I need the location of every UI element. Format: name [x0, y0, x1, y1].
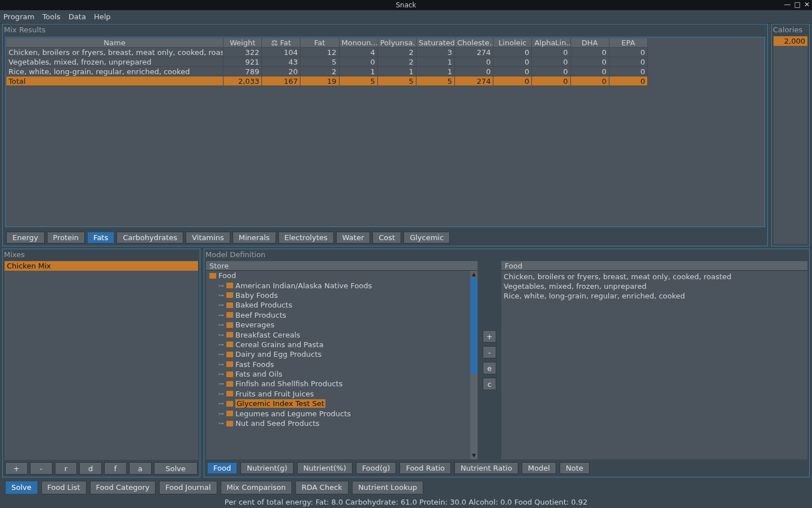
tree-node[interactable]: ⊶Glycemic Index Test Set	[206, 399, 478, 408]
col-header[interactable]: Polyunsa...	[377, 38, 416, 48]
tree-handle-icon[interactable]: ⊶	[218, 332, 224, 338]
col-header[interactable]: Name	[6, 38, 224, 48]
col-header[interactable]: Monoun...	[339, 38, 377, 48]
menu-tools[interactable]: Tools	[42, 12, 61, 21]
maintab-solve[interactable]: Solve	[5, 481, 38, 494]
tree-handle-icon[interactable]: ⊶	[218, 351, 224, 357]
tab-electrolytes[interactable]: Electrolytes	[278, 232, 334, 244]
menu-data[interactable]: Data	[68, 12, 86, 21]
tab-cost[interactable]: Cost	[372, 232, 401, 244]
scroll-thumb[interactable]	[470, 278, 478, 374]
maintab-nutrient-lookup[interactable]: Nutrient Lookup	[352, 481, 423, 494]
tree-node[interactable]: ⊶American Indian/Alaska Native Foods	[206, 280, 478, 290]
mixes-solve-button[interactable]: Solve	[154, 462, 198, 475]
tree-node[interactable]: Food	[206, 271, 478, 280]
mixes-a-button[interactable]: a	[129, 462, 152, 475]
maintab-food-journal[interactable]: Food Journal	[159, 481, 217, 494]
store-minus-button[interactable]: -	[483, 346, 496, 358]
tab-energy[interactable]: Energy	[6, 232, 45, 244]
tree-node[interactable]: ⊶Cereal Grains and Pasta	[206, 340, 478, 349]
tree-node[interactable]: ⊶Legumes and Legume Products	[206, 408, 478, 418]
tree-node[interactable]: ⊶Finfish and Shellfish Products	[206, 379, 478, 389]
col-header[interactable]: Fat	[300, 38, 339, 48]
modeltab-food-g-[interactable]: Food(g)	[356, 462, 397, 474]
tree-node[interactable]: ⊶Dairy and Egg Products	[206, 349, 478, 359]
modeltab-food[interactable]: Food	[207, 462, 237, 474]
maintab-food-category[interactable]: Food Category	[90, 481, 156, 494]
mixes-d-button[interactable]: d	[79, 462, 102, 475]
modeltab-nutrient-ratio[interactable]: Nutrient Ratio	[454, 462, 518, 474]
tree-handle-icon[interactable]: ⊶	[218, 420, 224, 426]
mixes--button[interactable]: +	[5, 462, 28, 475]
store-e-button[interactable]: e	[483, 362, 496, 374]
tree-handle-icon[interactable]: ⊶	[218, 400, 224, 407]
mixes-f-button[interactable]: f	[104, 462, 127, 475]
close-icon[interactable]: ✕	[804, 1, 810, 8]
food-list[interactable]: Chicken, broilers or fryers, breast, mea…	[501, 271, 807, 459]
modeltab-food-ratio[interactable]: Food Ratio	[399, 462, 451, 474]
tab-protein[interactable]: Protein	[47, 232, 85, 244]
table-row[interactable]: Chicken, broilers or fryers, breast, mea…	[6, 48, 648, 57]
modeltab-note[interactable]: Note	[560, 462, 590, 474]
maintab-food-list[interactable]: Food List	[41, 481, 87, 494]
tree-handle-icon[interactable]: ⊶	[218, 292, 224, 298]
store-plus-button[interactable]: +	[483, 330, 496, 343]
modeltab-nutrient-g-[interactable]: Nutrient(g)	[240, 462, 294, 474]
maximize-icon[interactable]: □	[794, 1, 801, 8]
col-header[interactable]: Linoleic	[493, 38, 532, 48]
tree-handle-icon[interactable]: ⊶	[218, 411, 224, 417]
col-header[interactable]: DHA	[570, 38, 609, 48]
scroll-up-icon[interactable]: ▲	[470, 271, 478, 278]
maintab-rda-check[interactable]: RDA Check	[295, 481, 349, 494]
col-header[interactable]: EPA	[609, 38, 647, 48]
tree-handle-icon[interactable]: ⊶	[218, 312, 224, 318]
mixes-r-button[interactable]: r	[55, 462, 78, 475]
tree-handle-icon[interactable]: ⊶	[218, 371, 224, 377]
tree-node[interactable]: ⊶Breakfast Cereals	[206, 330, 478, 339]
food-item[interactable]: Vegetables, mixed, frozen, unprepared	[504, 281, 805, 291]
modeltab-model[interactable]: Model	[522, 462, 556, 474]
tree-handle-icon[interactable]: ⊶	[218, 322, 224, 328]
col-header[interactable]: ⚖ Fat	[262, 38, 300, 48]
tab-carbohydrates[interactable]: Carbohydrates	[117, 232, 183, 244]
food-item[interactable]: Chicken, broilers or fryers, breast, mea…	[504, 272, 805, 281]
table-row[interactable]: Rice, white, long-grain, regular, enrich…	[6, 67, 648, 76]
menu-help[interactable]: Help	[94, 12, 111, 21]
tree-node[interactable]: ⊶Fats and Oils	[206, 369, 478, 379]
tree-handle-icon[interactable]: ⊶	[218, 381, 224, 387]
mixes-list[interactable]: Chicken Mix	[5, 261, 198, 460]
tree-handle-icon[interactable]: ⊶	[218, 341, 224, 348]
food-item[interactable]: Rice, white, long-grain, regular, enrich…	[504, 291, 805, 301]
col-header[interactable]: Saturated	[416, 38, 454, 48]
tree-node[interactable]: ⊶Nut and Seed Products	[206, 419, 478, 428]
store-scrollbar[interactable]: ▲ ▼	[470, 271, 478, 459]
maintab-mix-comparison[interactable]: Mix Comparison	[221, 481, 293, 494]
tab-water[interactable]: Water	[336, 232, 370, 244]
col-header[interactable]: Weight	[224, 38, 262, 48]
tab-vitamins[interactable]: Vitamins	[186, 232, 230, 244]
tree-handle-icon[interactable]: ⊶	[218, 302, 224, 308]
tree-node[interactable]: ⊶Fruits and Fruit Juices	[206, 389, 478, 399]
tree-handle-icon[interactable]: ⊶	[218, 391, 224, 397]
store-tree[interactable]: Food⊶American Indian/Alaska Native Foods…	[206, 271, 478, 459]
tree-node[interactable]: ⊶Baked Products	[206, 300, 478, 310]
tree-node[interactable]: ⊶Baby Foods	[206, 291, 478, 300]
mix-results-table[interactable]: NameWeight⚖ FatFatMonoun...Polyunsa...Sa…	[5, 37, 765, 227]
mixes--button[interactable]: -	[30, 462, 53, 475]
mix-item[interactable]: Chicken Mix	[5, 261, 198, 271]
scroll-down-icon[interactable]: ▼	[470, 452, 478, 459]
tree-node[interactable]: ⊶Fast Foods	[206, 360, 478, 369]
tab-minerals[interactable]: Minerals	[233, 232, 276, 244]
tree-node[interactable]: ⊶Beef Products	[206, 310, 478, 320]
modeltab-nutrient-[interactable]: Nutrient(%)	[297, 462, 353, 474]
tab-fats[interactable]: Fats	[87, 232, 114, 244]
table-row[interactable]: Vegetables, mixed, frozen, unprepared921…	[6, 57, 648, 67]
tree-handle-icon[interactable]: ⊶	[218, 283, 224, 289]
menu-program[interactable]: Program	[3, 12, 35, 21]
tree-handle-icon[interactable]: ⊶	[218, 361, 224, 368]
store-c-button[interactable]: c	[483, 378, 496, 390]
col-header[interactable]: Choleste...	[455, 38, 493, 48]
tab-glycemic[interactable]: Glycemic	[403, 232, 450, 244]
minimize-icon[interactable]: —	[784, 1, 791, 8]
col-header[interactable]: AlphaLin...	[532, 38, 570, 48]
